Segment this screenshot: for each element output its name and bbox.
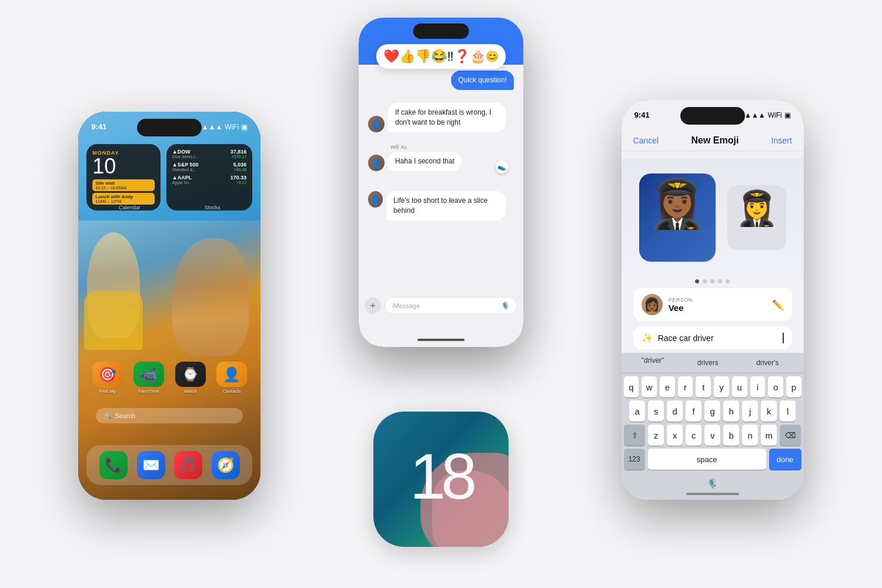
tapback-thumbsup[interactable]: 👍 — [399, 49, 415, 64]
tapback-more-icon[interactable]: 😊 — [486, 50, 499, 63]
key-q[interactable]: q — [624, 376, 639, 397]
search-label: Search — [115, 412, 135, 419]
space-key[interactable]: space — [648, 449, 766, 470]
cancel-button[interactable]: Cancel — [633, 136, 659, 145]
center-content: ❤️ 👍 👎 😂 ‼️ ❓ 🎂 😊 Quick question! — [359, 41, 523, 547]
scene: 9:41 ▲▲▲ WiFi ▣ MONDAY 10 Site visit — [29, 15, 853, 573]
sparkle-icon: ✨ — [642, 332, 653, 343]
msg-sender-label: Will Xu — [390, 144, 506, 150]
key-b[interactable]: b — [723, 425, 739, 446]
tapback-haha[interactable]: 😂 — [431, 49, 447, 64]
tapback-cake[interactable]: 🎂 — [470, 49, 486, 64]
shift-key[interactable]: ⇧ — [624, 425, 645, 446]
emoji-text-input[interactable]: ✨ Race car driver — [633, 326, 792, 349]
phone1-status-bar: 9:41 ▲▲▲ WiFi ▣ — [78, 122, 260, 131]
phone1-dock: 📞 ✉️ 🎵 🧭 — [86, 445, 252, 485]
tapback-heart[interactable]: ❤️ — [383, 49, 399, 64]
key-s[interactable]: s — [648, 400, 664, 422]
key-e[interactable]: e — [660, 376, 675, 397]
dot-5 — [726, 279, 730, 283]
emoji-main-display[interactable]: 👩🏾‍✈️ — [639, 173, 716, 262]
tapback-exclaim[interactable]: ‼️ — [447, 49, 454, 64]
phone3-home-bar — [686, 493, 739, 495]
key-y[interactable]: y — [714, 376, 729, 397]
imessage-input[interactable]: iMessage 🎙️ — [385, 297, 517, 315]
msg-bubble-slice: Life's too short to leave a slice behind — [386, 191, 506, 220]
key-i[interactable]: i — [750, 376, 766, 397]
key-t[interactable]: t — [696, 376, 711, 397]
key-k[interactable]: k — [761, 400, 777, 422]
key-g[interactable]: g — [704, 400, 720, 422]
phone2-input-bar: + iMessage 🎙️ — [365, 297, 517, 315]
msg-avatar1: 👤 — [368, 116, 385, 132]
mail-app[interactable]: ✉️ — [137, 451, 165, 479]
suggestion-drivers-possessive[interactable]: driver's — [751, 356, 783, 369]
suggestion-drivers[interactable]: drivers — [693, 356, 723, 369]
done-key[interactable]: done — [769, 449, 801, 470]
key-r[interactable]: r — [678, 376, 693, 397]
watch-app[interactable]: ⌚ Watch — [174, 362, 206, 394]
tapback-thumbsdown[interactable]: 👎 — [415, 49, 431, 64]
key-l[interactable]: l — [780, 400, 796, 422]
insert-button[interactable]: Insert — [771, 136, 792, 145]
tapback-bar: ❤️ 👍 👎 😂 ‼️ ❓ 🎂 😊 — [376, 44, 506, 69]
person-edit-button[interactable]: ✏️ — [772, 299, 784, 310]
key-n[interactable]: n — [742, 425, 758, 446]
keyboard-mic-icon[interactable]: 🎙️ — [707, 478, 719, 489]
key-row-3: ⇧ z x c v b n m ⌫ — [624, 425, 801, 446]
add-attachment-button[interactable]: + — [365, 298, 381, 314]
person-name: Vee — [669, 303, 766, 313]
key-c[interactable]: c — [686, 425, 701, 446]
key-w[interactable]: w — [642, 376, 657, 397]
key-o[interactable]: o — [768, 376, 783, 397]
phone-app[interactable]: 📞 — [99, 451, 128, 479]
phone1-home-screen: 9:41 ▲▲▲ WiFi ▣ MONDAY 10 Site visit — [78, 112, 260, 500]
tapback-question[interactable]: ❓ — [454, 49, 470, 64]
nav-title: New Emoji — [691, 135, 739, 146]
phone3-time: 9:41 — [634, 111, 650, 119]
key-f[interactable]: f — [686, 400, 701, 422]
imessage-placeholder: iMessage — [392, 302, 420, 309]
emoji-display-area: 👩🏾‍✈️ 👩‍✈️ — [622, 159, 804, 276]
key-m[interactable]: m — [761, 425, 777, 446]
key-v[interactable]: v — [704, 425, 720, 446]
keyboard-bottom: 🎙️ — [622, 476, 804, 492]
dot-3 — [710, 279, 714, 283]
person-avatar: 👩🏾 — [642, 294, 663, 315]
widget-labels: Calendar Stocks — [86, 205, 252, 211]
contacts-app[interactable]: 👤 Contacts — [216, 362, 248, 394]
person-info-card: 👩🏾 PERSON Vee ✏️ — [633, 288, 792, 321]
delete-key[interactable]: ⌫ — [780, 425, 801, 446]
key-d[interactable]: d — [667, 400, 683, 422]
key-h[interactable]: h — [723, 400, 739, 422]
emoji-page-dots — [622, 279, 804, 283]
key-a[interactable]: a — [629, 400, 645, 422]
key-p[interactable]: p — [786, 376, 801, 397]
safari-app[interactable]: 🧭 — [212, 451, 240, 479]
mic-icon: 🎙️ — [501, 302, 510, 310]
emoji-prompt-text: Race car driver — [658, 333, 777, 343]
emoji-variant-display[interactable]: 👩‍✈️ — [727, 185, 786, 250]
facetime-app[interactable]: 📹 FaceTime — [133, 362, 165, 394]
phone1-search[interactable]: 🔍 Search — [96, 408, 243, 423]
msg-avatar3: 👤 — [368, 191, 383, 208]
dot-1 — [695, 279, 699, 283]
phone2-home-bar — [417, 339, 465, 341]
phone3-status-icons: ▲▲▲ WiFi ▣ — [744, 111, 791, 119]
key-j[interactable]: j — [742, 400, 758, 422]
calendar-widget[interactable]: MONDAY 10 Site visit 10:15 – 10:45AM Lun… — [86, 144, 160, 211]
suggestion-driver-quoted[interactable]: "driver" — [642, 356, 664, 369]
stocks-label: Stocks — [205, 205, 220, 211]
key-x[interactable]: x — [667, 425, 683, 446]
phone1-app-icons: 🎯 Find My 📹 FaceTime ⌚ Wa — [86, 362, 252, 394]
music-app[interactable]: 🎵 — [174, 451, 202, 479]
keyboard-suggestions: "driver" drivers driver's — [622, 353, 804, 373]
calendar-event1: Site visit 10:15 – 10:45AM — [92, 179, 154, 191]
stocks-widget[interactable]: ▲DOW Dow Jones I... 37,816 +570.17 ▲S&P … — [166, 144, 253, 211]
phone3-status-bar: 9:41 ▲▲▲ WiFi ▣ — [622, 111, 804, 119]
key-z[interactable]: z — [648, 425, 664, 446]
haha-text: Haha I second that — [395, 156, 455, 166]
num-key[interactable]: 123 — [624, 449, 645, 470]
find-my-app[interactable]: 🎯 Find My — [91, 362, 123, 394]
key-u[interactable]: u — [732, 376, 747, 397]
